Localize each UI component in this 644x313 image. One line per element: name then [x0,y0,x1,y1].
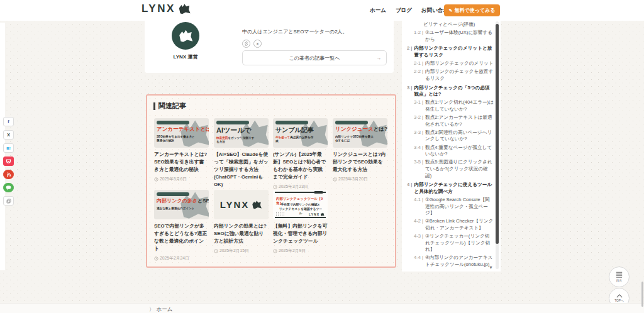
related-article-card[interactable]: 内部リンクチェックツール【9選】 手作業で内部リンクの確認とリンクテキストを確認… [273,190,328,254]
nav-blog[interactable]: ブログ [396,7,412,14]
lynx-wordmark: LYNX [309,212,325,216]
toc-item[interactable]: 1-2 |②ユーザー体験(UX)に影響するから [414,30,494,43]
article-title: 【AI×SEO】Claudeを使って「検索意図」をガッツリ深掘りする方法(Cha… [214,151,269,189]
author-avatar [172,22,199,50]
article-thumbnail: アンカーテキストとは? SEO効果を引き出す書き方と最適化の秘訣 [154,118,209,148]
toc-item[interactable]: 3-5 |観点5:意図通りにクリックされているか?(クリック状況の確認) [414,159,494,179]
toc-more-arrow[interactable]: ▼ [489,265,493,270]
author-articles-label: この著者の記事一覧へ [289,55,340,62]
toc-item[interactable]: 3-2 |観点2:アンカーテキストは最適化されているか? [414,114,494,128]
article-date: 2025年3月20日 [333,176,387,182]
article-date: 2025年2月15日 [214,248,269,254]
author-box: LYNX 運営 中の人はエンジニアとSEOマーケターの2人。 X この著者の記事… [145,21,394,73]
heading-bar [153,102,155,110]
author-x-link[interactable]: X [253,40,262,48]
fox-logo-icon [251,200,262,209]
clock-icon [214,249,218,253]
article-title: SEOで内部リンクが多すぎるとどうなる?適正な数と最適化のポイント [154,222,209,253]
arrow-right-icon: → [376,55,381,61]
toc-item[interactable]: 4-1 |①Google Search Console【関連性の高いリンク・孤立… [414,197,494,217]
toc-item[interactable]: 3-4 |観点4:重要なページが孤立していないか? [414,145,494,158]
related-article-card[interactable]: 内部リンクの多さとSEO 適正な数と最適化のポイント SEOで内部リンクが多すぎ… [154,190,209,261]
hatena-share-button[interactable]: B! [3,143,14,153]
clock-icon [273,249,277,253]
article-date: 2025年2月9日 [273,248,328,254]
article-date: 2025年5月6日 [154,176,209,182]
copy-icon [6,199,11,204]
chevron-up-icon [616,294,623,298]
fox-logo-icon [320,212,325,216]
toc-scrollbar-thumb[interactable] [496,24,499,244]
toc-item[interactable]: 4-4 |④内部リンクのアンカーテキストチェックツール(ohotuku.jp)【… [414,255,494,269]
thumbnail-badge [335,121,368,124]
related-article-card[interactable]: AIツールで 検索意図をガッツリ深掘りする方法 【AI×SEO】Claudeを使… [214,118,269,197]
related-article-card[interactable]: リンクジュースとは? 内部リンクでSEO効果を最大化するには リンクジュースとは… [333,118,387,182]
breadcrumb[interactable]: 〉 ホーム [149,306,172,313]
article-thumbnail: 内部リンクチェックツール【9選】 手作業で内部リンクの確認とリンクテキストを確認… [273,190,328,219]
brand-wordmark: LYNX [142,3,175,15]
related-article-card[interactable]: LYNX 内部リンクの効果とは?SEOに強い最適な貼り方と設計方法 2025年2… [214,190,269,254]
author-bio: 中の人はエンジニアとSEOマーケターの2人。 [242,28,390,35]
x-share-button[interactable]: X [3,130,14,140]
rss-share-button[interactable] [3,170,14,179]
article-title: 内部リンクの効果とは?SEOに強い最適な貼り方と設計方法 [214,222,269,245]
related-article-card[interactable]: サンプル記事 AIを使って高品質の記事を作成 (サンプル)【2025年最新】SE… [273,118,328,190]
x-icon: X [7,133,10,137]
divider [275,217,326,218]
toc-item[interactable]: 4 |内部リンクチェックに使えるツールと具体的な調べ方 [407,182,494,195]
rss-icon [6,172,11,177]
thumbnail-badge [216,121,249,124]
fox-avatar-icon [177,29,194,43]
pocket-share-button[interactable] [3,156,14,166]
toc-item[interactable]: 3-3 |観点3:関連性の高いページへリンクしていないか? [414,129,494,143]
x-icon: X [256,42,258,46]
related-heading-label: 関連記事 [158,101,186,111]
article-date: 2025年2月24日 [154,255,209,261]
related-articles-section: 関連記事 アンカーテキストとは? SEO効果を引き出す書き方と最適化の秘訣 アン… [146,94,396,268]
footer: 〉 ホーム [0,303,644,313]
author-website-link[interactable] [242,40,250,48]
article-date: 2025年3月23日 [273,184,328,190]
toc-sidebar: ビリティとページ(評価) 1-2 |②ユーザー体験(UX)に影響するから 2 |… [402,19,501,272]
copy-link-button[interactable] [3,196,14,206]
toc-item[interactable]: 2-1 |内部リンクチェックのメリット [414,60,494,67]
brand-logo[interactable]: LYNX [142,3,191,15]
nav-home[interactable]: ホーム [370,7,386,14]
toc-item[interactable]: ビリティとページ(評価) [423,21,494,28]
toc-item[interactable]: 2 |内部リンクチェックのメリットと放置するリスク [407,45,494,58]
toc-list: ビリティとページ(評価) 1-2 |②ユーザー体験(UX)に影響するから 2 |… [407,21,494,269]
line-share-button[interactable] [3,183,14,192]
divider [314,191,323,194]
toc-item[interactable]: 4-3 |③リンクチェッカー(リンク切れチェックツール)【リンク切れ】 [414,233,494,253]
article-thumbnail: LYNX [214,190,269,219]
article-title: (サンプル)【2025年最新】SEOとは?初心者でもわかる基本から実践まで完全ガ… [273,151,328,181]
pen-icon: ✎ [449,8,453,13]
free-trial-button[interactable]: ✎ 無料で使ってみる [444,4,500,16]
author-name: LYNX 運営 [157,53,214,60]
toc-item[interactable]: 4-2 |②Broken Link Checker【リンク切れ・アンカーテキスト… [414,218,494,231]
header: LYNX ホーム ブログ お問い合わせ ✎ 無料で使ってみる [0,0,644,21]
breadcrumb-home: ホーム [157,306,173,313]
social-share-rail: f X B! [3,117,14,206]
line-icon [6,185,11,190]
related-article-card[interactable]: アンカーテキストとは? SEO効果を引き出す書き方と最適化の秘訣 アンカーテキス… [154,118,209,182]
floating-toc-button[interactable]: 目次 [609,266,630,287]
toc-item[interactable]: 3-1 |観点1:リンク切れ(404エラー)は発生していないか? [414,99,494,113]
toc-item[interactable]: 3 |内部リンクチェックの「5つの必須観点」とは? [407,85,494,98]
thumbnail-badge [157,121,189,124]
article-thumbnail: 内部リンクの多さとSEO 適正な数と最適化のポイント [154,190,209,219]
clock-icon [333,177,337,182]
article-title: アンカーテキストとは?SEO効果を引き出す書き方と最適化の秘訣 [154,151,209,173]
facebook-share-button[interactable]: f [3,117,14,126]
toc-item[interactable]: 2-2 |内部リンクのチェックを放置するリスク [414,69,494,82]
clock-icon [154,256,158,261]
page-scrollbar-thumb[interactable] [641,282,643,307]
facebook-icon: f [8,119,9,124]
fox-logo-icon [177,3,191,15]
thumb-headline: アンカーテキストとは? [157,126,209,132]
link-icon [244,41,248,46]
author-articles-button[interactable]: この著者の記事一覧へ → [242,50,387,65]
hatena-icon: B! [6,146,10,150]
dot-pattern [275,211,286,216]
related-heading: 関連記事 [153,101,186,111]
